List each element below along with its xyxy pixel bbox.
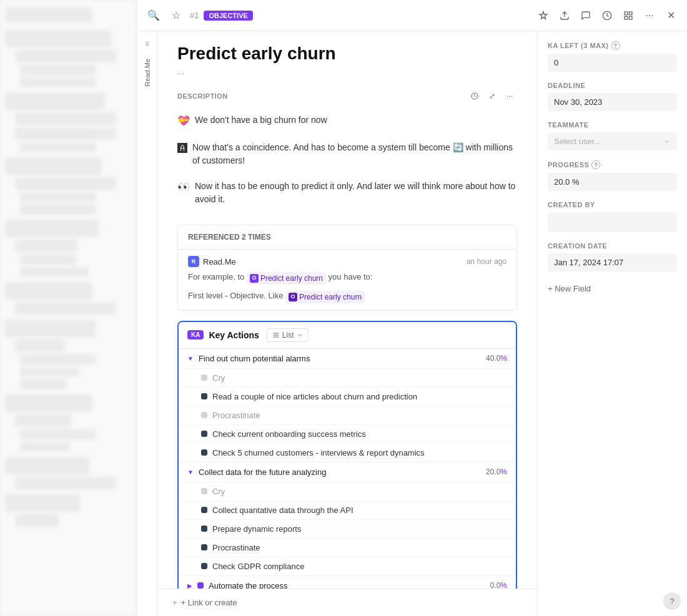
link-create-button[interactable]: + + Link or create <box>172 598 237 607</box>
references-header: REFERENCED 2 TIMES <box>178 225 516 250</box>
ka-group-dot <box>197 582 204 589</box>
teammate-placeholder: Select user... <box>554 137 601 146</box>
ka-left-help-icon[interactable]: ? <box>611 41 620 50</box>
ka-item-status-dot <box>201 544 207 550</box>
read-me-label[interactable]: Read.Me <box>144 59 151 87</box>
ka-item-label: Procrastinate <box>212 411 260 420</box>
creation-date-label: CREATION DATE <box>548 242 677 250</box>
ka-item-g2-3[interactable]: Prepare dynamic reports <box>179 519 516 538</box>
ref-body-2: First level - Objective. Like O Predict … <box>188 290 507 303</box>
inline-ref-2[interactable]: O Predict early churn <box>285 291 365 303</box>
ka-item-label: Check 5 churned customers - interviews &… <box>212 448 425 457</box>
right-panel: KA LEFT (3 MAX) ? 0 DEADLINE Nov 30, 202… <box>537 31 687 616</box>
progress-field: PROGRESS ? 20.0 % <box>548 160 677 191</box>
description-history-btn[interactable] <box>467 89 482 104</box>
ka-item-g1-4[interactable]: Check current onboarding success metrics <box>179 424 516 443</box>
ka-item-g1-2[interactable]: Read a couple of nice articles about chu… <box>179 387 516 406</box>
side-nav: ≡ Read.Me <box>137 31 157 616</box>
readme-icon: R <box>188 256 199 267</box>
ka-item-g2-2[interactable]: Collect quantative data through the API <box>179 501 516 519</box>
main-panel: 🔍 ☆ #1 OBJECTIVE ··· ✕ <box>137 0 687 616</box>
created-by-value <box>548 212 677 232</box>
ka-item-g2-5[interactable]: Check GDPR compliance <box>179 557 516 575</box>
comment-button[interactable] <box>577 7 595 24</box>
description-section: DESCRIPTION ⤢ ··· 💝 We don't have a big … <box>177 89 517 210</box>
ka-item-status-dot <box>201 393 207 399</box>
ka-view-label: List <box>282 331 294 340</box>
ka-view-btn[interactable]: List <box>267 328 309 342</box>
ka-left-value: 0 <box>548 54 677 72</box>
inline-ref-1[interactable]: O Predict early churn <box>247 272 326 285</box>
top-bar: 🔍 ☆ #1 OBJECTIVE ··· ✕ <box>137 0 687 31</box>
export-button[interactable] <box>556 7 573 24</box>
description-label: DESCRIPTION <box>177 92 467 100</box>
ka-item-label: Cry <box>212 373 225 383</box>
ka-group-toggle-1[interactable]: ▼ <box>187 355 194 362</box>
ka-item-g1-1[interactable]: Cry <box>179 368 516 387</box>
ka-left-label: KA LEFT (3 MAX) ? <box>548 41 677 50</box>
ka-badge: KA <box>187 330 204 340</box>
deadline-field: DEADLINE Nov 30, 2023 <box>548 82 677 111</box>
desc-icon-2: 🅰 <box>177 141 187 156</box>
link-create-label: + Link or create <box>181 598 237 607</box>
ka-group-toggle-2[interactable]: ▼ <box>187 469 194 476</box>
svg-rect-4 <box>625 16 628 19</box>
ka-header: KA Key Actions List <box>179 322 516 349</box>
ref-time: an hour ago <box>467 257 507 266</box>
progress-help-icon[interactable]: ? <box>591 160 600 169</box>
ka-group-header-2: ▼ Collect data for the future analyzing … <box>179 462 516 482</box>
ka-item-g2-4[interactable]: Procrastinate <box>179 538 516 557</box>
teammate-field: TEAMMATE Select user... <box>548 121 677 150</box>
bottom-bar: + + Link or create <box>157 589 537 616</box>
document-subtitle: ... <box>177 66 517 76</box>
grid-button[interactable] <box>620 7 637 24</box>
description-expand-btn[interactable]: ⤢ <box>485 89 500 104</box>
objective-badge: OBJECTIVE <box>204 11 252 21</box>
sidebar <box>0 0 137 616</box>
more-button[interactable]: ··· <box>641 7 658 24</box>
ka-item-g1-5[interactable]: Check 5 churned customers - interviews &… <box>179 443 516 462</box>
desc-row-2: 🅰 Now that's a coincidence. And has to b… <box>177 137 517 171</box>
new-field-button[interactable]: + New Field <box>548 281 677 296</box>
ka-item-status-dot <box>201 563 207 569</box>
ka-item-status-dot <box>201 449 207 456</box>
ka-item-label: Check current onboarding success metrics <box>212 429 366 439</box>
ka-group-toggle-3[interactable]: ▶ <box>187 582 192 589</box>
ka-item-g2-1[interactable]: Cry <box>179 482 516 501</box>
ref-item-title: R Read.Me <box>188 256 236 267</box>
search-button[interactable]: 🔍 <box>145 7 162 24</box>
document-title: Predict early churn <box>177 44 517 64</box>
svg-rect-2 <box>625 12 628 15</box>
star-button[interactable]: ☆ <box>167 7 185 24</box>
deadline-value[interactable]: Nov 30, 2023 <box>548 93 677 111</box>
created-by-field: CREATED BY <box>548 201 677 232</box>
ka-item-status-dot <box>201 526 207 532</box>
pin-button[interactable] <box>535 7 552 24</box>
ka-group-2: ▼ Collect data for the future analyzing … <box>179 462 516 576</box>
deadline-label: DEADLINE <box>548 82 677 89</box>
desc-text-1: We don't have a big churn for now <box>195 114 327 127</box>
ka-group-progress-2: 20.0% <box>486 467 507 476</box>
progress-value: 20.0 % <box>548 173 677 191</box>
ka-item-g1-3[interactable]: Procrastinate <box>179 406 516 424</box>
reference-item: R Read.Me an hour ago For example, to O … <box>178 250 516 310</box>
close-button[interactable]: ✕ <box>662 7 680 24</box>
desc-icon-3: 👀 <box>177 180 190 195</box>
timer-button[interactable] <box>598 7 616 24</box>
desc-row-3: 👀 Now it has to be enough to predict it … <box>177 176 517 210</box>
help-button[interactable]: ? <box>663 592 681 610</box>
teammate-select[interactable]: Select user... <box>548 132 677 150</box>
ka-item-status-dot <box>201 488 207 494</box>
creation-date-value: Jan 17, 2024 17:07 <box>548 253 677 271</box>
ka-body: ▼ Find out churn potential alarms 40.0% … <box>179 349 516 595</box>
document-area: Predict early churn ... DESCRIPTION ⤢ ··… <box>157 31 537 616</box>
ka-item-label: Collect quantative data through the API <box>212 506 353 515</box>
key-actions-container: KA Key Actions List ▼ <box>177 321 517 597</box>
ka-item-status-dot <box>201 507 207 513</box>
side-nav-menu-icon[interactable]: ≡ <box>140 36 155 51</box>
ref-source: Read.Me <box>203 257 236 266</box>
ka-item-label: Check GDPR compliance <box>212 562 304 571</box>
ka-group-label-2: Collect data for the future analyzing <box>199 467 481 477</box>
desc-row-1: 💝 We don't have a big churn for now <box>177 110 517 132</box>
description-more-btn[interactable]: ··· <box>502 89 517 104</box>
